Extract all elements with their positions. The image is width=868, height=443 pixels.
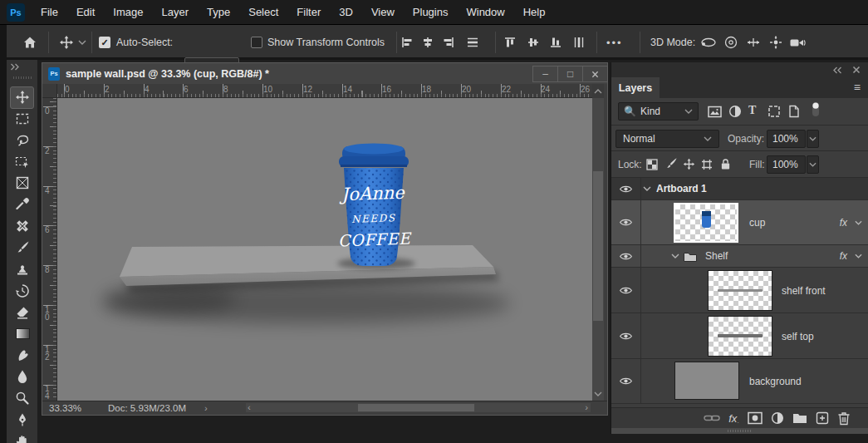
filter-toggle-switch[interactable]: [809, 101, 822, 119]
visibility-toggle[interactable]: [611, 200, 641, 244]
align-bottom-edges-icon[interactable]: [550, 37, 562, 48]
ruler-origin[interactable]: [42, 84, 57, 98]
filter-smart-objects-icon[interactable]: [788, 105, 800, 118]
chevron-down-icon[interactable]: [671, 253, 679, 258]
panel-menu-icon[interactable]: ≡: [854, 81, 861, 94]
add-mask-icon[interactable]: [748, 411, 763, 425]
tool-preset-chevron-icon[interactable]: [77, 39, 87, 46]
horizontal-scrollbar[interactable]: ‹ ›: [246, 403, 591, 412]
auto-select-checkbox[interactable]: ✓: [99, 37, 110, 48]
delete-layer-icon[interactable]: [837, 411, 851, 426]
filter-pixel-layers-icon[interactable]: [708, 106, 722, 118]
menu-layer[interactable]: Layer: [153, 0, 199, 25]
lock-transparency-icon[interactable]: [646, 159, 658, 170]
more-options-icon[interactable]: •••: [606, 37, 623, 49]
dodge-tool-icon[interactable]: [15, 391, 30, 406]
clone-stamp-tool-icon[interactable]: [15, 262, 30, 277]
visibility-toggle[interactable]: [611, 178, 641, 199]
visibility-toggle[interactable]: [611, 268, 641, 313]
menu-type[interactable]: Type: [198, 0, 239, 25]
opacity-chevron-button[interactable]: [807, 130, 819, 148]
gradient-tool-icon[interactable]: [15, 326, 30, 341]
move-tool-preset-icon[interactable]: [58, 34, 75, 51]
hand-tool-icon[interactable]: [15, 434, 30, 443]
menu-select[interactable]: Select: [239, 0, 287, 25]
collapse-panel-icon[interactable]: [832, 66, 842, 74]
scroll-left-button[interactable]: ‹: [248, 402, 251, 412]
blend-mode-dropdown[interactable]: Normal: [615, 130, 719, 148]
fx-badge[interactable]: fx: [840, 250, 847, 262]
scroll-up-button[interactable]: [592, 84, 604, 98]
layer-style-fx-icon[interactable]: fx˯: [728, 412, 739, 425]
lock-position-icon[interactable]: [683, 158, 695, 170]
new-layer-icon[interactable]: [816, 411, 829, 425]
adjustment-layer-icon[interactable]: [771, 411, 784, 425]
pen-tool-icon[interactable]: [15, 412, 30, 427]
layer-row-cup[interactable]: cup fx: [611, 200, 868, 245]
menu-plugins[interactable]: Plugins: [404, 0, 458, 25]
link-layers-icon[interactable]: [704, 413, 720, 423]
layer-row-background[interactable]: background: [611, 359, 868, 404]
3d-roll-icon[interactable]: [723, 35, 738, 50]
document-title-bar[interactable]: Ps sample wall.psd @ 33.3% (cup, RGB/8#)…: [42, 63, 607, 84]
zoom-level[interactable]: 33.33%: [49, 403, 81, 413]
align-left-edges-icon[interactable]: [401, 37, 413, 48]
healing-brush-tool-icon[interactable]: [15, 219, 30, 234]
layer-row-self-top[interactable]: self top: [611, 313, 868, 359]
scroll-right-button[interactable]: ›: [585, 402, 588, 412]
home-button[interactable]: [22, 35, 38, 50]
toolbar-expand-icon[interactable]: [10, 63, 20, 71]
layer-thumbnail[interactable]: [674, 362, 739, 400]
filter-adjustment-layers-icon[interactable]: [728, 105, 742, 118]
menu-3d[interactable]: 3D: [330, 0, 362, 25]
close-button[interactable]: [582, 66, 608, 82]
blur-tool-icon[interactable]: [15, 369, 30, 384]
3d-slide-icon[interactable]: [768, 35, 783, 50]
status-expand-icon[interactable]: ›: [204, 403, 208, 413]
horizontal-ruler[interactable]: 0 2 4 6 8 10 12 14 16 18 20 22 24 26: [57, 84, 592, 98]
layer-thumbnail[interactable]: [674, 203, 738, 243]
filter-shape-layers-icon[interactable]: [767, 105, 781, 118]
toolbar-grip[interactable]: [13, 76, 32, 79]
show-transform-checkbox[interactable]: [251, 37, 262, 48]
3d-pan-icon[interactable]: [746, 35, 761, 50]
fx-chevron-icon[interactable]: [855, 253, 862, 258]
visibility-toggle[interactable]: [611, 313, 641, 358]
fill-chevron-button[interactable]: [807, 155, 819, 174]
visibility-toggle[interactable]: [611, 245, 641, 267]
fx-badge[interactable]: fx: [840, 217, 847, 229]
minimize-button[interactable]: –: [532, 66, 558, 82]
kind-filter-dropdown[interactable]: 🔍 Kind: [618, 102, 699, 121]
3d-orbit-icon[interactable]: [700, 35, 717, 50]
layer-row-artboard[interactable]: Artboard 1: [611, 178, 868, 200]
layer-row-shelf-group[interactable]: Shelf fx: [611, 245, 868, 268]
lock-artboard-icon[interactable]: [701, 159, 713, 170]
menu-view[interactable]: View: [362, 0, 404, 25]
scroll-down-button[interactable]: [592, 387, 604, 401]
layer-thumbnail[interactable]: [708, 316, 772, 357]
object-selection-tool-icon[interactable]: [15, 155, 30, 170]
smudge-tool-icon[interactable]: [15, 347, 30, 362]
lasso-tool-icon[interactable]: [15, 133, 30, 148]
filter-type-layers-icon[interactable]: T: [748, 104, 756, 117]
frame-tool-icon[interactable]: [15, 175, 30, 190]
tab-layers[interactable]: Layers: [611, 77, 660, 98]
align-vertical-centers-icon[interactable]: [527, 37, 539, 48]
move-tool-icon[interactable]: [15, 90, 30, 105]
coffee-cup[interactable]: JoAnne NEEDS COFFEE: [336, 144, 413, 267]
close-panel-icon[interactable]: [852, 66, 861, 74]
menu-image[interactable]: Image: [104, 0, 152, 25]
distribute-vertical-icon[interactable]: [573, 37, 585, 48]
menu-edit[interactable]: Edit: [67, 0, 104, 25]
new-group-icon[interactable]: [792, 412, 807, 424]
fx-chevron-icon[interactable]: [855, 220, 862, 225]
menu-help[interactable]: Help: [514, 0, 555, 25]
marquee-tool-icon[interactable]: [15, 111, 30, 126]
opacity-field[interactable]: 100%: [767, 130, 806, 148]
vertical-ruler[interactable]: 0 2 4 6 8 10 12 14: [42, 98, 57, 401]
brush-tool-icon[interactable]: [15, 240, 30, 255]
vertical-scroll-thumb[interactable]: [593, 171, 603, 321]
maximize-button[interactable]: □: [557, 66, 583, 82]
lock-all-icon[interactable]: [720, 158, 731, 170]
horizontal-scroll-thumb[interactable]: [358, 404, 474, 411]
